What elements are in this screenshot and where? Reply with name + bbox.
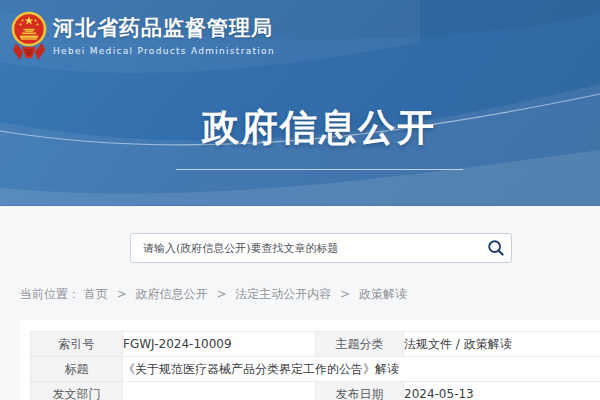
topic-category-label: 主题分类: [316, 332, 404, 357]
breadcrumb: 当前位置： 首页 > 政府信息公开 > 法定主动公开内容 > 政策解读: [20, 286, 407, 303]
search-button[interactable]: [481, 234, 511, 262]
publish-date-label: 发布日期: [316, 382, 404, 400]
page-header-banner: 河北省药品监督管理局 Hebei Medical Products Admini…: [0, 0, 600, 206]
title-label: 标题: [31, 357, 123, 382]
table-row: 索引号 FGWJ-2024-10009 主题分类 法规文件 / 政策解读: [31, 332, 600, 357]
breadcrumb-separator: >: [340, 287, 350, 301]
document-meta-table: 索引号 FGWJ-2024-10009 主题分类 法规文件 / 政策解读 标题 …: [30, 331, 600, 400]
breadcrumb-item-policy-interpretation: 政策解读: [359, 287, 407, 301]
topic-category-value: 法规文件 / 政策解读: [404, 332, 600, 357]
breadcrumb-label: 当前位置：: [20, 287, 80, 301]
search-box: [130, 233, 512, 263]
org-name-en: Hebei Medical Products Administration: [53, 46, 275, 56]
banner-title-underline: [176, 169, 463, 170]
title-value: 《关于规范医疗器械产品分类界定工作的公告》解读: [123, 357, 600, 382]
breadcrumb-separator: >: [216, 287, 226, 301]
national-emblem-icon: [11, 9, 47, 61]
issuing-department-label: 发文部门: [31, 382, 123, 400]
publish-date-value: 2024-05-13: [404, 382, 600, 400]
breadcrumb-item-info-disclosure[interactable]: 政府信息公开: [136, 287, 208, 301]
table-row: 标题 《关于规范医疗器械产品分类界定工作的公告》解读: [31, 357, 600, 382]
issuing-department-value: [123, 382, 316, 400]
site-brand: 河北省药品监督管理局 Hebei Medical Products Admini…: [11, 9, 275, 61]
index-number-label: 索引号: [31, 332, 123, 357]
page: 河北省药品监督管理局 Hebei Medical Products Admini…: [0, 0, 600, 400]
search-input[interactable]: [131, 234, 481, 262]
index-number-value: FGWJ-2024-10009: [123, 332, 316, 357]
table-row: 发文部门 发布日期 2024-05-13: [31, 382, 600, 400]
search-icon: [487, 239, 505, 257]
breadcrumb-item-home[interactable]: 首页: [84, 287, 108, 301]
org-name-cn: 河北省药品监督管理局: [53, 14, 275, 42]
banner-title: 政府信息公开: [19, 103, 600, 153]
breadcrumb-item-statutory-content[interactable]: 法定主动公开内容: [235, 287, 331, 301]
document-card: 索引号 FGWJ-2024-10009 主题分类 法规文件 / 政策解读 标题 …: [20, 320, 600, 400]
breadcrumb-separator: >: [117, 287, 127, 301]
